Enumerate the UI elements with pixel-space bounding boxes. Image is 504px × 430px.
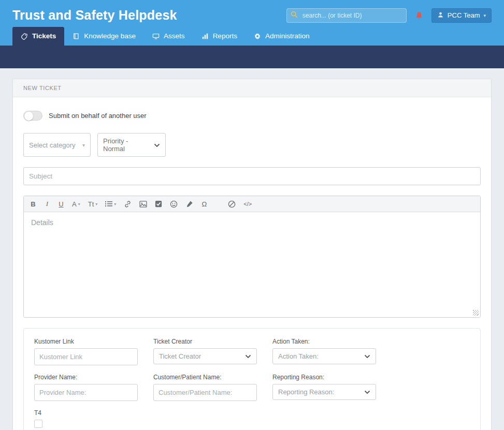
tab-label: Reports bbox=[213, 32, 237, 40]
resize-handle[interactable] bbox=[473, 310, 479, 316]
behalf-toggle-label: Submit on behalf of another user bbox=[49, 112, 147, 120]
main-nav: Tickets Knowledge base Assets Reports Ad… bbox=[0, 27, 504, 46]
caret-down-icon: ▾ bbox=[95, 202, 97, 206]
gear-icon bbox=[254, 33, 261, 40]
text-color-icon[interactable]: A▾ bbox=[72, 200, 80, 208]
field-kustomer-link: Kustomer Link bbox=[34, 338, 138, 365]
priority-select-value: Priority - Normal bbox=[103, 137, 149, 153]
tab-reports[interactable]: Reports bbox=[193, 27, 246, 46]
user-menu-button[interactable]: PCC Team ▾ bbox=[431, 8, 492, 23]
font-size-icon[interactable]: Tt▾ bbox=[88, 200, 98, 208]
chevron-down-icon bbox=[154, 141, 160, 149]
tab-label: Knowledge base bbox=[84, 32, 136, 40]
image-icon[interactable] bbox=[139, 201, 147, 207]
ticket-creator-label: Ticket Creator bbox=[153, 338, 257, 345]
t4-label: T4 bbox=[34, 409, 138, 417]
action-taken-label: Action Taken: bbox=[272, 338, 376, 345]
reporting-reason-label: Reporting Reason: bbox=[272, 374, 376, 381]
custom-fields-section: Kustomer Link Ticket Creator Ticket Crea… bbox=[23, 328, 481, 430]
card-title: NEW TICKET bbox=[13, 79, 491, 97]
ticket-creator-select[interactable]: Ticket Creator bbox=[153, 348, 257, 364]
provider-name-input[interactable] bbox=[34, 384, 138, 401]
checkbox-icon[interactable] bbox=[155, 200, 162, 207]
special-characters-icon[interactable]: Ω bbox=[201, 200, 207, 208]
chevron-down-icon bbox=[364, 352, 370, 360]
subject-input[interactable] bbox=[23, 167, 481, 185]
bold-icon[interactable]: B bbox=[30, 200, 36, 208]
action-taken-select[interactable]: Action Taken: bbox=[272, 348, 376, 364]
category-select[interactable]: Select category ▾ bbox=[23, 133, 91, 157]
customer-patient-name-input[interactable] bbox=[153, 384, 257, 401]
emoji-icon[interactable] bbox=[170, 200, 178, 208]
tab-label: Administration bbox=[265, 32, 310, 40]
book-icon bbox=[73, 33, 80, 40]
caret-down-icon: ▾ bbox=[114, 202, 116, 206]
t4-checkbox[interactable] bbox=[34, 420, 42, 428]
chevron-down-icon: ▾ bbox=[483, 13, 486, 18]
customer-patient-name-label: Customer/Patient Name: bbox=[153, 374, 257, 381]
field-ticket-creator: Ticket Creator Ticket Creator bbox=[153, 338, 257, 365]
tab-administration[interactable]: Administration bbox=[246, 27, 318, 46]
new-ticket-card: NEW TICKET Submit on behalf of another u… bbox=[12, 79, 492, 430]
user-menu-label: PCC Team bbox=[448, 11, 480, 19]
field-provider-name: Provider Name: bbox=[34, 374, 138, 401]
code-icon[interactable]: </> bbox=[243, 201, 252, 207]
app-header: Trust and Safety Helpdesk PCC Team ▾ Tic… bbox=[0, 0, 504, 46]
caret-down-icon: ▾ bbox=[82, 142, 85, 148]
details-editor: B I U A▾ Tt▾ ▾ bbox=[23, 196, 481, 318]
app-title: Trust and Safety Helpdesk bbox=[12, 8, 286, 23]
notifications-bell-icon[interactable] bbox=[415, 11, 423, 20]
font-size-glyph: Tt bbox=[88, 200, 94, 208]
highlighter-icon[interactable] bbox=[185, 200, 193, 208]
global-search bbox=[286, 8, 407, 23]
field-reporting-reason: Reporting Reason: Reporting Reason: bbox=[272, 374, 376, 401]
reporting-reason-select[interactable]: Reporting Reason: bbox=[272, 384, 376, 400]
field-action-taken: Action Taken: Action Taken: bbox=[272, 338, 376, 365]
details-textarea[interactable]: Details bbox=[24, 212, 480, 317]
list-icon[interactable]: ▾ bbox=[105, 201, 116, 207]
caret-down-icon: ▾ bbox=[78, 202, 80, 206]
tab-tickets[interactable]: Tickets bbox=[12, 27, 64, 46]
bar-chart-icon bbox=[201, 33, 209, 40]
chevron-down-icon bbox=[364, 388, 370, 396]
category-select-value: Select category bbox=[29, 141, 76, 149]
kustomer-link-input[interactable] bbox=[34, 348, 138, 365]
tab-assets[interactable]: Assets bbox=[144, 27, 193, 46]
link-icon[interactable] bbox=[124, 200, 132, 208]
details-placeholder: Details bbox=[31, 218, 53, 227]
kustomer-link-label: Kustomer Link bbox=[34, 338, 138, 345]
tab-label: Tickets bbox=[32, 32, 56, 40]
underline-icon[interactable]: U bbox=[58, 200, 64, 208]
user-icon bbox=[437, 11, 444, 20]
action-taken-value: Action Taken: bbox=[278, 352, 319, 360]
sub-header-band bbox=[0, 46, 504, 68]
tab-label: Assets bbox=[164, 32, 185, 40]
toggle-knob bbox=[24, 112, 33, 121]
priority-select[interactable]: Priority - Normal bbox=[97, 133, 166, 157]
text-color-glyph: A bbox=[72, 200, 77, 208]
italic-icon[interactable]: I bbox=[44, 200, 50, 208]
monitor-icon bbox=[152, 33, 160, 40]
ticket-icon bbox=[21, 33, 28, 40]
chevron-down-icon bbox=[245, 352, 251, 360]
field-customer-patient-name: Customer/Patient Name: bbox=[153, 374, 257, 401]
field-t4: T4 bbox=[34, 409, 138, 428]
search-icon bbox=[291, 11, 298, 20]
reporting-reason-value: Reporting Reason: bbox=[278, 388, 334, 396]
clear-formatting-icon[interactable] bbox=[228, 200, 236, 208]
behalf-toggle[interactable] bbox=[23, 111, 42, 121]
provider-name-label: Provider Name: bbox=[34, 374, 138, 381]
search-input[interactable] bbox=[286, 8, 407, 23]
ticket-creator-value: Ticket Creator bbox=[159, 352, 201, 360]
tab-knowledge-base[interactable]: Knowledge base bbox=[64, 27, 144, 46]
editor-toolbar: B I U A▾ Tt▾ ▾ bbox=[24, 196, 480, 212]
